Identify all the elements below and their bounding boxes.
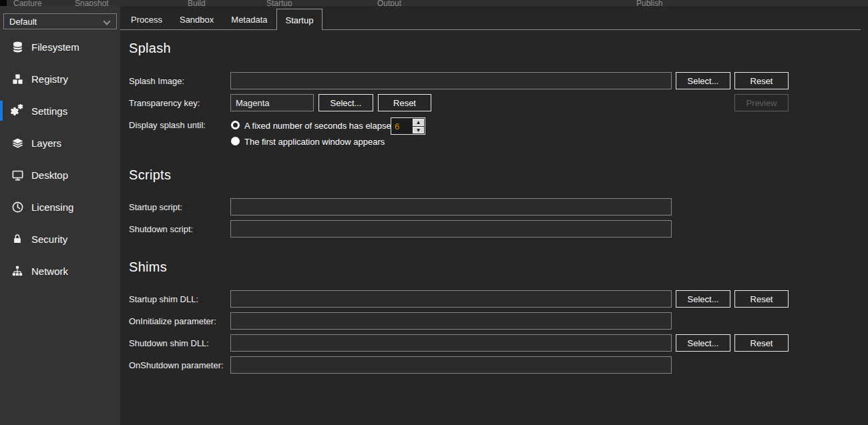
radio-first-window-label[interactable]: The first application window appears xyxy=(244,137,385,147)
preview-button: Preview xyxy=(734,94,789,111)
toolbar-item-build[interactable]: Build xyxy=(188,0,206,6)
profile-dropdown[interactable]: Default xyxy=(3,13,117,29)
sidebar-item-label: Security xyxy=(31,234,67,245)
radio-fixed-seconds[interactable] xyxy=(231,121,240,129)
transparency-key-input[interactable] xyxy=(230,94,314,111)
shutdown-shim-dll-label: Shutdown shim DLL: xyxy=(129,338,209,348)
transparency-key-label: Transparency key: xyxy=(129,98,200,108)
top-toolbar: Capture Snapshot Build Startup Output Pu… xyxy=(0,0,868,6)
sidebar-item-filesystem[interactable]: Filesystem xyxy=(0,31,120,63)
up-arrow-icon: ▲ xyxy=(417,121,420,123)
gears-icon xyxy=(11,104,24,117)
sidebar-item-label: Network xyxy=(31,266,68,277)
sidebar-item-desktop[interactable]: Desktop xyxy=(0,159,120,191)
sidebar-item-label: Filesystem xyxy=(31,41,79,53)
network-icon xyxy=(11,264,24,278)
splash-image-input[interactable] xyxy=(230,72,672,89)
splash-image-reset-button[interactable]: Reset xyxy=(734,72,789,89)
sidebar-item-label: Layers xyxy=(31,137,61,149)
sidebar-item-layers[interactable]: Layers xyxy=(0,127,120,159)
onshutdown-parameter-label: OnShutdown parameter: xyxy=(129,360,224,370)
sidebar-item-registry[interactable]: Registry xyxy=(0,63,120,95)
sidebar-item-label: Desktop xyxy=(31,169,68,181)
lock-icon xyxy=(11,232,24,246)
display-splash-until-label: Display splash until: xyxy=(129,120,206,130)
seconds-input[interactable] xyxy=(391,118,412,134)
splash-image-label: Splash Image: xyxy=(129,76,184,86)
app-window: Capture Snapshot Build Startup Output Pu… xyxy=(0,0,868,425)
onshutdown-parameter-input[interactable] xyxy=(230,356,672,374)
scripts-heading: Scripts xyxy=(129,167,171,183)
clock-icon xyxy=(11,200,24,214)
toolbar-item-capture[interactable]: Capture xyxy=(13,0,42,6)
sidebar-item-label: Licensing xyxy=(31,201,73,213)
selection-indicator xyxy=(0,101,3,121)
tab-metadata[interactable]: Metadata xyxy=(222,9,276,29)
toolbar-item-snapshot[interactable]: Snapshot xyxy=(75,0,109,6)
cubes-icon xyxy=(11,72,24,85)
sidebar-nav: Filesystem Registry Settings xyxy=(0,31,120,287)
tab-startup[interactable]: Startup xyxy=(276,9,323,30)
shutdown-shim-dll-input[interactable] xyxy=(230,334,672,352)
radio-first-window[interactable] xyxy=(231,137,240,145)
oninitialize-parameter-label: OnInitialize parameter: xyxy=(129,316,216,326)
database-icon xyxy=(11,40,24,53)
startup-shim-dll-label: Startup shim DLL: xyxy=(129,294,198,304)
oninitialize-parameter-input[interactable] xyxy=(230,312,672,330)
splash-heading: Splash xyxy=(129,41,171,56)
splash-image-select-button[interactable]: Select... xyxy=(676,72,730,89)
monitor-icon xyxy=(11,168,24,181)
sidebar-item-licensing[interactable]: Licensing xyxy=(0,191,120,223)
shims-heading: Shims xyxy=(129,260,167,275)
sidebar-item-security[interactable]: Security xyxy=(0,223,120,255)
window-corner xyxy=(0,0,7,6)
shutdown-shim-select-button[interactable]: Select... xyxy=(676,334,730,352)
transparency-reset-button[interactable]: Reset xyxy=(378,94,431,111)
startup-shim-reset-button[interactable]: Reset xyxy=(734,290,789,308)
startup-panel: Splash Splash Image: Select... Reset Tra… xyxy=(120,30,868,425)
sidebar-item-network[interactable]: Network xyxy=(0,255,120,287)
chevron-down-icon xyxy=(103,17,110,25)
sidebar-item-label: Settings xyxy=(31,105,67,117)
tab-process[interactable]: Process xyxy=(122,9,171,29)
tab-bar: Process Sandbox Metadata Startup xyxy=(120,9,861,30)
layers-icon xyxy=(11,136,24,149)
spinner-up-button[interactable]: ▲ xyxy=(413,119,424,126)
transparency-select-button[interactable]: Select... xyxy=(318,94,373,111)
startup-script-input[interactable] xyxy=(230,198,672,216)
shutdown-script-input[interactable] xyxy=(230,220,672,238)
startup-shim-select-button[interactable]: Select... xyxy=(676,290,730,308)
toolbar-item-publish[interactable]: Publish xyxy=(636,0,662,6)
spinner-down-button[interactable]: ▼ xyxy=(413,127,424,134)
profile-dropdown-value: Default xyxy=(9,17,37,27)
shutdown-shim-reset-button[interactable]: Reset xyxy=(734,334,789,352)
toolbar-item-output[interactable]: Output xyxy=(377,0,401,6)
sidebar-item-label: Registry xyxy=(31,73,68,85)
down-arrow-icon: ▼ xyxy=(417,129,420,131)
startup-script-label: Startup script: xyxy=(129,202,182,212)
startup-shim-dll-input[interactable] xyxy=(230,290,672,308)
toolbar-item-startup[interactable]: Startup xyxy=(266,0,292,6)
radio-fixed-seconds-label[interactable]: A fixed number of seconds has elapsed: xyxy=(244,121,399,131)
tab-sandbox[interactable]: Sandbox xyxy=(171,9,222,29)
sidebar-item-settings[interactable]: Settings xyxy=(0,95,120,127)
shutdown-script-label: Shutdown script: xyxy=(129,224,193,234)
seconds-spinner: ▲ ▼ xyxy=(391,117,425,135)
sidebar: Default Filesystem Registry xyxy=(0,6,120,425)
